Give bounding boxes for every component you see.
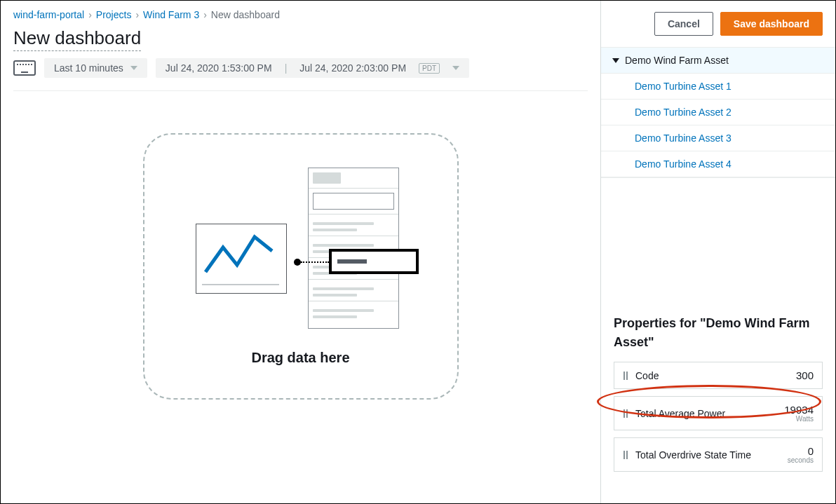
chevron-down-icon: [130, 66, 137, 70]
property-label: Code: [635, 370, 796, 381]
property-row-total-average-power[interactable]: Total Average Power 19934 Watts: [614, 396, 823, 430]
property-row-total-overdrive-state-time[interactable]: Total Overdrive State Time 0 seconds: [614, 437, 823, 472]
asset-tree-item[interactable]: Demo Turbine Asset 4: [601, 151, 835, 177]
property-label: Total Average Power: [635, 408, 784, 419]
property-unit: Watts: [784, 416, 814, 423]
sidebar: Cancel Save dashboard Demo Wind Farm Ass…: [601, 1, 835, 503]
breadcrumb-current: New dashboard: [211, 9, 280, 20]
chevron-right-icon: ›: [203, 9, 207, 20]
chevron-down-icon: [612, 58, 619, 63]
cancel-button[interactable]: Cancel: [654, 12, 713, 36]
property-label: Total Overdrive State Time: [635, 449, 788, 461]
dropzone-message: Drag data here: [251, 350, 349, 366]
chevron-down-icon: [452, 66, 459, 70]
dropzone-illustration: [196, 168, 406, 329]
save-dashboard-button[interactable]: Save dashboard: [720, 12, 823, 36]
divider: |: [285, 62, 288, 74]
timezone-badge: PDT: [419, 63, 440, 74]
time-range-absolute[interactable]: Jul 24, 2020 1:53:00 PM | Jul 24, 2020 2…: [156, 58, 469, 78]
time-to: Jul 24, 2020 2:03:00 PM: [299, 62, 406, 74]
asset-tree: Demo Wind Farm Asset Demo Turbine Asset …: [601, 48, 835, 178]
property-row-code[interactable]: Code 300: [614, 362, 823, 389]
asset-tree-item[interactable]: Demo Turbine Asset 1: [601, 74, 835, 100]
chevron-right-icon: ›: [88, 9, 92, 20]
property-value: 19934: [784, 404, 814, 416]
time-range-label: Last 10 minutes: [54, 62, 123, 74]
drag-handle-icon[interactable]: [623, 372, 628, 380]
keyboard-icon[interactable]: [13, 60, 36, 76]
properties-panel: Properties for "Demo Wind Farm Asset" Co…: [601, 304, 835, 479]
divider: [13, 90, 588, 91]
breadcrumb-link-projects[interactable]: Projects: [96, 9, 132, 20]
action-bar: Cancel Save dashboard: [601, 1, 835, 48]
dashboard-dropzone[interactable]: Drag data here: [143, 133, 459, 400]
chevron-right-icon: ›: [135, 9, 139, 20]
breadcrumb-link-windfarm3[interactable]: Wind Farm 3: [143, 9, 199, 20]
asset-tree-root[interactable]: Demo Wind Farm Asset: [601, 48, 835, 74]
asset-tree-item[interactable]: Demo Turbine Asset 3: [601, 125, 835, 151]
property-unit: seconds: [788, 457, 814, 464]
drag-handle-icon[interactable]: [623, 451, 628, 459]
breadcrumb: wind-farm-portal › Projects › Wind Farm …: [13, 9, 588, 20]
asset-tree-item[interactable]: Demo Turbine Asset 2: [601, 100, 835, 125]
asset-root-label: Demo Wind Farm Asset: [625, 55, 729, 66]
time-from: Jul 24, 2020 1:53:00 PM: [166, 62, 272, 74]
drag-handle-icon[interactable]: [623, 409, 628, 418]
time-range-dropdown[interactable]: Last 10 minutes: [44, 58, 147, 78]
page-title[interactable]: New dashboard: [13, 27, 141, 51]
property-value: 0: [808, 445, 814, 457]
property-value: 300: [796, 369, 814, 381]
time-toolbar: Last 10 minutes Jul 24, 2020 1:53:00 PM …: [13, 58, 588, 78]
breadcrumb-link-portal[interactable]: wind-farm-portal: [13, 9, 84, 20]
properties-heading: Properties for "Demo Wind Farm Asset": [614, 314, 823, 352]
